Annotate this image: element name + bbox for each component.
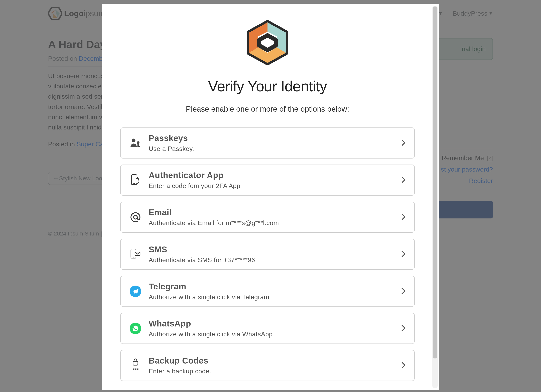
option-passkeys-title: Passkeys [149, 133, 394, 143]
option-sms[interactable]: SMS Authenticate via SMS for +37*****96 [120, 239, 415, 270]
option-passkeys-desc: Use a Passkey. [149, 145, 394, 152]
option-authenticator-title: Authenticator App [149, 171, 394, 180]
passkey-icon [130, 138, 141, 148]
option-telegram-title: Telegram [149, 282, 394, 291]
chevron-right-icon [401, 287, 406, 295]
option-email[interactable]: Email Authenticate via Email for m****s@… [120, 202, 415, 233]
option-email-desc: Authenticate via Email for m****s@g***l.… [149, 219, 394, 227]
svg-marker-8 [259, 35, 276, 50]
option-authenticator-desc: Enter a code fom your 2FA App [149, 182, 394, 190]
chevron-right-icon [401, 139, 406, 147]
chevron-right-icon [401, 361, 406, 370]
sms-icon [130, 249, 141, 260]
modal-title: Verify Your Identity [120, 78, 415, 95]
chevron-right-icon [401, 324, 406, 333]
svg-point-9 [132, 138, 135, 142]
modal-scrollbar-thumb[interactable] [433, 6, 437, 359]
chevron-right-icon [401, 213, 406, 221]
modal-scrollbar[interactable] [432, 6, 438, 388]
option-sms-desc: Authenticate via SMS for +37*****96 [149, 256, 394, 264]
chevron-right-icon [401, 250, 406, 258]
auth-options-list: Passkeys Use a Passkey. [120, 127, 415, 381]
option-telegram-desc: Authorize with a single click via Telegr… [149, 293, 394, 301]
whatsapp-icon [130, 323, 141, 334]
modal-logo [120, 20, 415, 66]
modal-subtitle: Please enable one or more of the options… [120, 105, 415, 113]
svg-rect-12 [137, 146, 140, 147]
option-whatsapp-desc: Authorize with a single click via WhatsA… [149, 330, 394, 338]
svg-rect-19 [133, 361, 138, 365]
option-backup-title: Backup Codes [149, 356, 394, 366]
option-authenticator[interactable]: Authenticator App Enter a code fom your … [120, 165, 415, 196]
telegram-icon [130, 286, 141, 297]
option-sms-title: SMS [149, 245, 394, 254]
svg-rect-13 [131, 175, 137, 185]
backup-codes-icon: * * * [130, 358, 141, 373]
chevron-right-icon [401, 176, 406, 184]
authenticator-icon [130, 174, 141, 186]
option-whatsapp[interactable]: WhatsApp Authorize with a single click v… [120, 313, 415, 344]
at-sign-icon [130, 212, 141, 223]
option-whatsapp-title: WhatsApp [149, 319, 394, 329]
option-email-title: Email [149, 208, 394, 217]
option-passkeys[interactable]: Passkeys Use a Passkey. [120, 127, 415, 158]
verify-identity-modal: Verify Your Identity Please enable one o… [102, 4, 439, 390]
svg-point-15 [134, 215, 137, 219]
hexagon-logo-icon [244, 20, 291, 66]
option-backup-desc: Enter a backup code. [149, 368, 394, 375]
modal-overlay[interactable]: Verify Your Identity Please enable one o… [0, 0, 541, 392]
option-backup-codes[interactable]: * * * Backup Codes Enter a backup code. [120, 350, 415, 381]
option-telegram[interactable]: Telegram Authorize with a single click v… [120, 276, 415, 307]
